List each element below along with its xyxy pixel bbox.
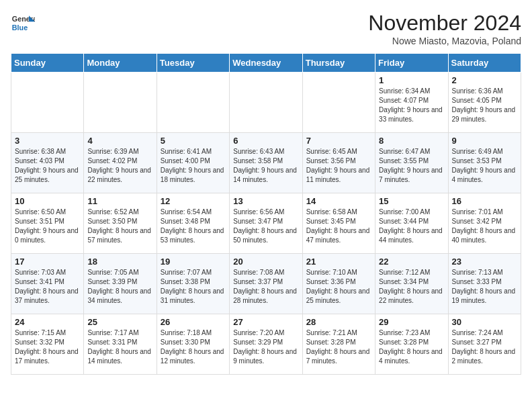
- day-number: 4: [87, 136, 152, 146]
- day-number: 26: [161, 317, 226, 327]
- day-info: Sunrise: 6:43 AM Sunset: 3:58 PM Dayligh…: [233, 147, 298, 185]
- calendar-cell: 15Sunrise: 7:00 AM Sunset: 3:44 PM Dayli…: [375, 193, 448, 254]
- day-number: 22: [379, 257, 444, 267]
- day-header-monday: Monday: [84, 54, 157, 73]
- day-info: Sunrise: 7:12 AM Sunset: 3:34 PM Dayligh…: [379, 268, 444, 306]
- day-info: Sunrise: 6:49 AM Sunset: 3:53 PM Dayligh…: [452, 147, 517, 185]
- day-header-sunday: Sunday: [11, 54, 84, 73]
- day-info: Sunrise: 7:20 AM Sunset: 3:29 PM Dayligh…: [233, 328, 298, 366]
- day-number: 21: [306, 257, 371, 267]
- day-info: Sunrise: 6:56 AM Sunset: 3:47 PM Dayligh…: [233, 208, 298, 245]
- calendar-cell: 10Sunrise: 6:50 AM Sunset: 3:51 PM Dayli…: [11, 193, 84, 254]
- day-number: 5: [161, 136, 226, 146]
- week-row-5: 24Sunrise: 7:15 AM Sunset: 3:32 PM Dayli…: [11, 314, 521, 375]
- calendar-cell: 29Sunrise: 7:23 AM Sunset: 3:28 PM Dayli…: [375, 314, 448, 375]
- calendar-cell: 17Sunrise: 7:03 AM Sunset: 3:41 PM Dayli…: [11, 254, 84, 314]
- calendar-cell: 18Sunrise: 7:05 AM Sunset: 3:39 PM Dayli…: [84, 254, 157, 314]
- day-info: Sunrise: 7:24 AM Sunset: 3:27 PM Dayligh…: [452, 328, 517, 366]
- day-info: Sunrise: 6:41 AM Sunset: 4:00 PM Dayligh…: [161, 147, 226, 185]
- calendar-cell: 26Sunrise: 7:18 AM Sunset: 3:30 PM Dayli…: [157, 314, 229, 375]
- day-number: 23: [452, 257, 517, 267]
- svg-text:Blue: Blue: [12, 24, 28, 32]
- day-info: Sunrise: 7:17 AM Sunset: 3:31 PM Dayligh…: [87, 328, 152, 366]
- calendar-cell: 7Sunrise: 6:45 AM Sunset: 3:56 PM Daylig…: [302, 133, 375, 193]
- day-number: 17: [15, 257, 80, 267]
- day-header-friday: Friday: [375, 54, 448, 73]
- day-number: 19: [161, 257, 226, 267]
- calendar-cell: [230, 73, 302, 133]
- day-info: Sunrise: 7:03 AM Sunset: 3:41 PM Dayligh…: [15, 268, 80, 306]
- day-info: Sunrise: 7:13 AM Sunset: 3:33 PM Dayligh…: [452, 268, 517, 306]
- calendar-cell: 4Sunrise: 6:39 AM Sunset: 4:02 PM Daylig…: [84, 133, 157, 193]
- header-row: SundayMondayTuesdayWednesdayThursdayFrid…: [11, 54, 521, 73]
- day-header-saturday: Saturday: [448, 54, 521, 73]
- day-number: 12: [161, 196, 226, 206]
- day-number: 9: [452, 136, 517, 146]
- calendar-cell: 14Sunrise: 6:58 AM Sunset: 3:45 PM Dayli…: [302, 193, 375, 254]
- day-info: Sunrise: 6:34 AM Sunset: 4:07 PM Dayligh…: [379, 87, 444, 124]
- day-number: 18: [87, 257, 152, 267]
- day-number: 16: [452, 196, 517, 206]
- calendar-cell: 9Sunrise: 6:49 AM Sunset: 3:53 PM Daylig…: [448, 133, 521, 193]
- month-title: November 2024: [368, 11, 521, 36]
- calendar-table: SundayMondayTuesdayWednesdayThursdayFrid…: [11, 53, 521, 375]
- day-number: 27: [233, 317, 298, 327]
- logo-icon: General Blue: [11, 11, 35, 35]
- day-header-thursday: Thursday: [302, 54, 375, 73]
- day-number: 20: [233, 257, 298, 267]
- day-number: 29: [379, 317, 444, 327]
- calendar-cell: 3Sunrise: 6:38 AM Sunset: 4:03 PM Daylig…: [11, 133, 84, 193]
- calendar-cell: 2Sunrise: 6:36 AM Sunset: 4:05 PM Daylig…: [448, 73, 521, 133]
- day-number: 6: [233, 136, 298, 146]
- day-info: Sunrise: 6:58 AM Sunset: 3:45 PM Dayligh…: [306, 208, 371, 245]
- day-number: 10: [15, 196, 80, 206]
- day-number: 1: [379, 75, 444, 85]
- calendar-cell: [302, 73, 375, 133]
- logo: General Blue: [11, 11, 35, 35]
- day-number: 2: [452, 75, 517, 85]
- day-number: 24: [15, 317, 80, 327]
- calendar-cell: 23Sunrise: 7:13 AM Sunset: 3:33 PM Dayli…: [448, 254, 521, 314]
- day-number: 8: [379, 136, 444, 146]
- calendar-cell: 6Sunrise: 6:43 AM Sunset: 3:58 PM Daylig…: [230, 133, 302, 193]
- day-header-wednesday: Wednesday: [230, 54, 302, 73]
- title-area: November 2024 Nowe Miasto, Mazovia, Pola…: [368, 11, 521, 46]
- calendar-cell: 24Sunrise: 7:15 AM Sunset: 3:32 PM Dayli…: [11, 314, 84, 375]
- calendar-cell: [11, 73, 84, 133]
- calendar-cell: 13Sunrise: 6:56 AM Sunset: 3:47 PM Dayli…: [230, 193, 302, 254]
- day-number: 15: [379, 196, 444, 206]
- calendar-cell: 8Sunrise: 6:47 AM Sunset: 3:55 PM Daylig…: [375, 133, 448, 193]
- calendar-cell: 20Sunrise: 7:08 AM Sunset: 3:37 PM Dayli…: [230, 254, 302, 314]
- calendar-cell: 30Sunrise: 7:24 AM Sunset: 3:27 PM Dayli…: [448, 314, 521, 375]
- header: General Blue November 2024 Nowe Miasto, …: [11, 11, 521, 46]
- calendar-cell: 27Sunrise: 7:20 AM Sunset: 3:29 PM Dayli…: [230, 314, 302, 375]
- calendar-cell: 12Sunrise: 6:54 AM Sunset: 3:48 PM Dayli…: [157, 193, 229, 254]
- calendar-cell: 5Sunrise: 6:41 AM Sunset: 4:00 PM Daylig…: [157, 133, 229, 193]
- calendar-cell: 11Sunrise: 6:52 AM Sunset: 3:50 PM Dayli…: [84, 193, 157, 254]
- week-row-2: 3Sunrise: 6:38 AM Sunset: 4:03 PM Daylig…: [11, 133, 521, 193]
- week-row-4: 17Sunrise: 7:03 AM Sunset: 3:41 PM Dayli…: [11, 254, 521, 314]
- day-number: 11: [87, 196, 152, 206]
- day-info: Sunrise: 7:07 AM Sunset: 3:38 PM Dayligh…: [161, 268, 226, 306]
- calendar-cell: 21Sunrise: 7:10 AM Sunset: 3:36 PM Dayli…: [302, 254, 375, 314]
- day-number: 30: [452, 317, 517, 327]
- day-number: 14: [306, 196, 371, 206]
- calendar-cell: 22Sunrise: 7:12 AM Sunset: 3:34 PM Dayli…: [375, 254, 448, 314]
- day-info: Sunrise: 6:36 AM Sunset: 4:05 PM Dayligh…: [452, 87, 517, 124]
- calendar-cell: 16Sunrise: 7:01 AM Sunset: 3:42 PM Dayli…: [448, 193, 521, 254]
- day-info: Sunrise: 7:05 AM Sunset: 3:39 PM Dayligh…: [87, 268, 152, 306]
- day-info: Sunrise: 6:52 AM Sunset: 3:50 PM Dayligh…: [87, 208, 152, 245]
- day-number: 3: [15, 136, 80, 146]
- calendar-cell: 1Sunrise: 6:34 AM Sunset: 4:07 PM Daylig…: [375, 73, 448, 133]
- day-number: 13: [233, 196, 298, 206]
- day-info: Sunrise: 6:38 AM Sunset: 4:03 PM Dayligh…: [15, 147, 80, 185]
- day-info: Sunrise: 7:00 AM Sunset: 3:44 PM Dayligh…: [379, 208, 444, 245]
- day-info: Sunrise: 7:01 AM Sunset: 3:42 PM Dayligh…: [452, 208, 517, 245]
- day-info: Sunrise: 6:50 AM Sunset: 3:51 PM Dayligh…: [15, 208, 80, 245]
- week-row-3: 10Sunrise: 6:50 AM Sunset: 3:51 PM Dayli…: [11, 193, 521, 254]
- day-info: Sunrise: 7:23 AM Sunset: 3:28 PM Dayligh…: [379, 328, 444, 366]
- day-info: Sunrise: 6:39 AM Sunset: 4:02 PM Dayligh…: [87, 147, 152, 185]
- calendar-cell: 28Sunrise: 7:21 AM Sunset: 3:28 PM Dayli…: [302, 314, 375, 375]
- day-number: 7: [306, 136, 371, 146]
- calendar-cell: 19Sunrise: 7:07 AM Sunset: 3:38 PM Dayli…: [157, 254, 229, 314]
